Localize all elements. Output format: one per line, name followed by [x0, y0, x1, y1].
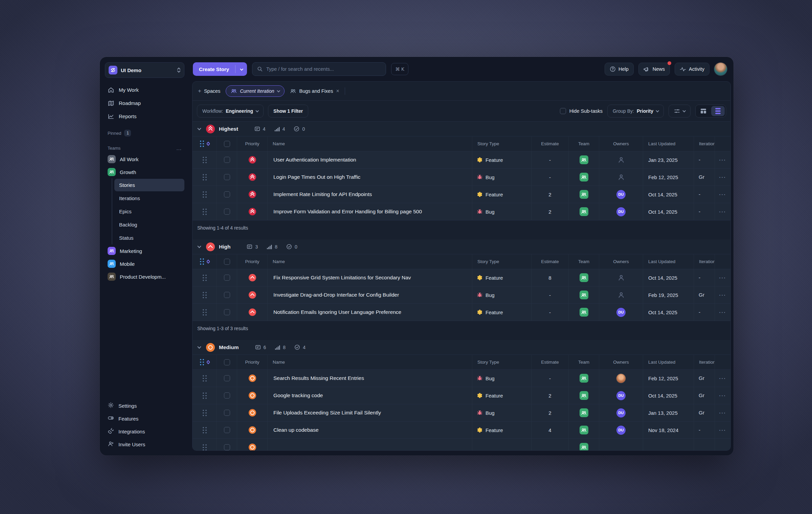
story-name[interactable]: Notification Emails Ignoring User Langua…: [268, 304, 472, 321]
news-button[interactable]: News: [638, 63, 670, 76]
team-icon[interactable]: [580, 308, 588, 317]
story-name[interactable]: Search Results Missing Recent Entries: [268, 370, 472, 387]
current-iteration-pill[interactable]: Current Iteration: [226, 85, 285, 97]
sidebar-team-item[interactable]: Growth: [105, 166, 184, 178]
search-input[interactable]: [266, 66, 381, 72]
activity-button[interactable]: Activity: [675, 63, 709, 76]
workflow-dropdown[interactable]: Workflow: Engineering: [197, 105, 264, 117]
team-icon[interactable]: [580, 190, 588, 199]
column-header-story-type[interactable]: Story Type: [472, 355, 532, 369]
team-icon[interactable]: [580, 443, 588, 450]
sidebar-team-item[interactable]: Mobile: [105, 257, 184, 270]
row-checkbox[interactable]: [224, 375, 230, 381]
owner-avatar-initials[interactable]: DU: [616, 391, 626, 400]
story-row[interactable]: Search Results Missing Recent Entries Bu…: [193, 370, 730, 387]
workspace-switcher[interactable]: UI Demo: [105, 62, 184, 78]
row-checkbox[interactable]: [224, 174, 230, 180]
column-header-estimate[interactable]: Estimate: [532, 254, 569, 269]
story-name[interactable]: File Uploads Exceeding Size Limit Fail S…: [268, 404, 472, 421]
story-name[interactable]: Fix Responsive Grid System Limitations f…: [268, 269, 472, 286]
drag-handle-icon[interactable]: [202, 292, 207, 299]
team-icon[interactable]: [580, 391, 588, 400]
create-story-dropdown[interactable]: [235, 62, 247, 76]
column-header-priority[interactable]: Priority: [237, 254, 268, 269]
team-icon[interactable]: [580, 426, 588, 434]
drag-handle-icon[interactable]: [202, 392, 207, 399]
sidebar-subitem-stories[interactable]: Stories: [114, 179, 184, 191]
column-header-priority[interactable]: Priority: [237, 355, 268, 369]
story-row[interactable]: Improve Form Validation and Error Handli…: [193, 203, 730, 220]
row-checkbox[interactable]: [224, 309, 230, 315]
sidebar-item-features[interactable]: Features: [105, 412, 184, 425]
column-header-last-updated[interactable]: Last Updated: [643, 136, 694, 151]
select-all-checkbox[interactable]: [224, 141, 230, 147]
column-header-story-type[interactable]: Story Type: [472, 136, 532, 151]
team-icon[interactable]: [580, 207, 588, 216]
column-header-iteration[interactable]: Iteration: [694, 355, 715, 369]
sort-icon[interactable]: [207, 361, 209, 364]
sidebar-team-item[interactable]: All Work: [105, 153, 184, 166]
group-by-dropdown[interactable]: Group By: Priority: [607, 105, 664, 117]
select-all-checkbox[interactable]: [224, 359, 230, 365]
column-header-owners[interactable]: Owners: [599, 254, 643, 269]
row-checkbox[interactable]: [224, 209, 230, 215]
drag-handle-icon[interactable]: [202, 274, 207, 281]
story-row[interactable]: Fix Responsive Grid System Limitations f…: [193, 269, 730, 286]
row-actions-button[interactable]: ···: [715, 404, 730, 421]
owner-placeholder-icon[interactable]: [617, 274, 625, 281]
owner-avatar-initials[interactable]: DU: [616, 408, 626, 417]
story-name[interactable]: User Authentication Implementation: [268, 151, 472, 168]
story-name[interactable]: Google tracking code: [268, 387, 472, 404]
close-icon[interactable]: ×: [336, 88, 339, 94]
hide-subtasks-control[interactable]: Hide Sub-tasks: [560, 108, 603, 114]
hide-subtasks-checkbox[interactable]: [560, 108, 566, 114]
column-header-owners[interactable]: Owners: [599, 136, 643, 151]
list-view-button[interactable]: [711, 106, 725, 116]
drag-handle-icon[interactable]: [200, 140, 204, 147]
drag-handle-icon[interactable]: [202, 309, 207, 316]
sidebar-subitem-status[interactable]: Status: [114, 232, 184, 244]
sidebar-item-invite-users[interactable]: Invite Users: [105, 438, 184, 451]
display-settings-button[interactable]: [669, 105, 691, 117]
add-spaces-button[interactable]: + Spaces: [198, 88, 220, 94]
drag-handle-icon[interactable]: [202, 156, 207, 164]
sidebar-item-roadmap[interactable]: Roadmap: [105, 97, 184, 110]
drag-handle-icon[interactable]: [202, 427, 207, 434]
collapse-chevron-icon[interactable]: [197, 126, 201, 130]
column-header-iteration[interactable]: Iteration: [694, 136, 715, 151]
row-checkbox[interactable]: [224, 392, 230, 399]
drag-handle-icon[interactable]: [200, 359, 204, 366]
column-header-name[interactable]: Name: [268, 136, 472, 151]
teams-more-button[interactable]: ...: [176, 145, 182, 151]
story-name[interactable]: Login Page Times Out on High Traffic: [268, 169, 472, 186]
sidebar-item-settings[interactable]: Settings: [105, 399, 184, 412]
column-header-estimate[interactable]: Estimate: [532, 136, 569, 151]
row-checkbox[interactable]: [224, 292, 230, 298]
row-checkbox[interactable]: [224, 275, 230, 281]
column-header-last-updated[interactable]: Last Updated: [643, 254, 694, 269]
row-checkbox[interactable]: [224, 410, 230, 416]
team-icon[interactable]: [580, 291, 588, 299]
row-actions-button[interactable]: [715, 439, 730, 450]
story-name[interactable]: Clean up codebase: [268, 422, 472, 438]
story-row[interactable]: [193, 439, 730, 450]
help-button[interactable]: Help: [605, 63, 634, 76]
drag-handle-icon[interactable]: [202, 444, 207, 451]
row-checkbox[interactable]: [224, 444, 230, 450]
sidebar-item-reports[interactable]: Reports: [105, 110, 184, 123]
story-row[interactable]: Google tracking code Feature 2 DU Oct 14…: [193, 387, 730, 404]
team-icon[interactable]: [580, 408, 588, 417]
drag-handle-icon[interactable]: [202, 409, 207, 416]
drag-handle-icon[interactable]: [200, 258, 204, 265]
drag-handle-icon[interactable]: [202, 208, 207, 215]
owner-placeholder-icon[interactable]: [617, 173, 625, 181]
drag-handle-icon[interactable]: [202, 174, 207, 181]
column-header-priority[interactable]: Priority: [237, 136, 268, 151]
row-checkbox[interactable]: [224, 427, 230, 433]
drag-handle-icon[interactable]: [202, 191, 207, 198]
row-checkbox[interactable]: [224, 191, 230, 197]
row-actions-button[interactable]: ···: [715, 151, 730, 168]
story-row[interactable]: Implement Rate Limiting for API Endpoint…: [193, 186, 730, 203]
row-actions-button[interactable]: ···: [715, 304, 730, 321]
sidebar-subitem-epics[interactable]: Epics: [114, 205, 184, 218]
